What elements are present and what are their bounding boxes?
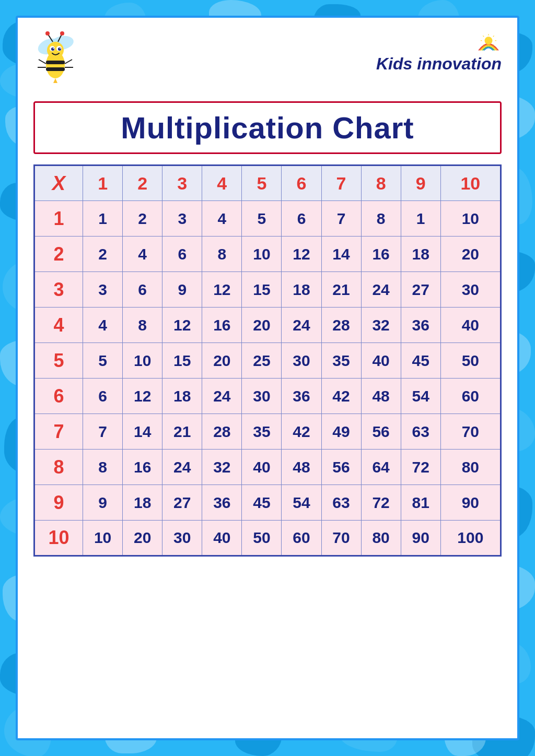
- table-row: 22468101214161820: [34, 237, 501, 272]
- table-row: 66121824303642485460: [34, 379, 501, 414]
- cell-3-1: 4: [83, 308, 123, 343]
- cell-2-3: 9: [162, 272, 202, 308]
- table-row: 99182736455463728190: [34, 485, 501, 521]
- page-title: Multiplication Chart: [121, 111, 414, 145]
- cell-7-7: 56: [321, 450, 361, 485]
- column-header-10: 10: [440, 166, 501, 201]
- row-header-9: 9: [34, 485, 83, 521]
- table-row: 55101520253035404550: [34, 343, 501, 379]
- cell-9-6: 60: [282, 521, 321, 556]
- cell-9-5: 50: [242, 521, 282, 556]
- cell-6-10: 70: [440, 414, 501, 450]
- svg-rect-4: [46, 67, 65, 71]
- cell-4-3: 15: [162, 343, 202, 379]
- logo-icon: [475, 33, 502, 54]
- column-header-5: 5: [242, 166, 282, 201]
- cell-5-5: 30: [242, 379, 282, 414]
- cell-1-2: 4: [123, 237, 162, 272]
- cell-4-2: 10: [123, 343, 162, 379]
- cell-0-10: 10: [440, 201, 501, 237]
- cell-3-7: 28: [321, 308, 361, 343]
- cell-7-6: 48: [282, 450, 321, 485]
- column-header-7: 7: [321, 166, 361, 201]
- column-header-1: 1: [83, 166, 123, 201]
- cell-7-1: 8: [83, 450, 123, 485]
- cell-5-9: 54: [401, 379, 440, 414]
- cell-4-9: 45: [401, 343, 440, 379]
- cell-8-7: 63: [321, 485, 361, 521]
- svg-point-13: [45, 31, 50, 36]
- cell-7-5: 40: [242, 450, 282, 485]
- svg-point-11: [60, 48, 61, 49]
- cell-0-2: 2: [123, 201, 162, 237]
- cell-2-6: 18: [282, 272, 321, 308]
- title-container: Multiplication Chart: [33, 101, 502, 154]
- row-header-7: 7: [34, 414, 83, 450]
- row-header-5: 5: [34, 343, 83, 379]
- cell-1-8: 16: [361, 237, 401, 272]
- cell-1-6: 12: [282, 237, 321, 272]
- table-row: 77142128354249566370: [34, 414, 501, 450]
- cell-6-2: 14: [123, 414, 162, 450]
- cell-4-5: 25: [242, 343, 282, 379]
- cell-3-8: 32: [361, 308, 401, 343]
- header: Kids innovation: [18, 18, 517, 96]
- cell-4-6: 30: [282, 343, 321, 379]
- cell-2-5: 15: [242, 272, 282, 308]
- cell-1-7: 14: [321, 237, 361, 272]
- cell-5-8: 48: [361, 379, 401, 414]
- cell-1-5: 10: [242, 237, 282, 272]
- row-header-1: 1: [34, 201, 83, 237]
- cell-0-1: 1: [83, 201, 123, 237]
- cell-0-6: 6: [282, 201, 321, 237]
- column-header-3: 3: [162, 166, 202, 201]
- row-header-4: 4: [34, 308, 83, 343]
- cell-4-7: 35: [321, 343, 361, 379]
- cell-7-8: 64: [361, 450, 401, 485]
- svg-line-19: [65, 60, 72, 64]
- table-row: 336912151821242730: [34, 272, 501, 308]
- svg-marker-16: [53, 78, 57, 83]
- cell-3-5: 20: [242, 308, 282, 343]
- column-header-6: 6: [282, 166, 321, 201]
- cell-6-9: 63: [401, 414, 440, 450]
- cell-5-3: 18: [162, 379, 202, 414]
- svg-point-5: [47, 42, 64, 58]
- cell-7-4: 32: [202, 450, 242, 485]
- svg-point-8: [51, 48, 54, 51]
- table-row: 88162432404856647280: [34, 450, 501, 485]
- cell-6-6: 42: [282, 414, 321, 450]
- svg-point-15: [60, 31, 64, 36]
- cell-9-7: 70: [321, 521, 361, 556]
- cell-6-4: 28: [202, 414, 242, 450]
- cell-9-8: 80: [361, 521, 401, 556]
- cell-3-3: 12: [162, 308, 202, 343]
- row-header-6: 6: [34, 379, 83, 414]
- cell-1-4: 8: [202, 237, 242, 272]
- column-header-8: 8: [361, 166, 401, 201]
- cell-1-3: 6: [162, 237, 202, 272]
- table-row: 4481216202428323640: [34, 308, 501, 343]
- cell-3-2: 8: [123, 308, 162, 343]
- row-header-8: 8: [34, 450, 83, 485]
- cell-7-3: 24: [162, 450, 202, 485]
- main-card: Kids innovation Multiplication Chart X12…: [16, 16, 519, 740]
- cell-8-1: 9: [83, 485, 123, 521]
- cell-6-3: 21: [162, 414, 202, 450]
- cell-8-10: 90: [440, 485, 501, 521]
- cell-6-1: 7: [83, 414, 123, 450]
- cell-9-3: 30: [162, 521, 202, 556]
- cell-0-5: 5: [242, 201, 282, 237]
- row-header-3: 3: [34, 272, 83, 308]
- cell-0-3: 3: [162, 201, 202, 237]
- cell-2-9: 27: [401, 272, 440, 308]
- cell-1-9: 18: [401, 237, 440, 272]
- cell-9-1: 10: [83, 521, 123, 556]
- cell-8-2: 18: [123, 485, 162, 521]
- svg-point-9: [58, 48, 61, 51]
- cell-4-4: 20: [202, 343, 242, 379]
- logo-area: Kids innovation: [376, 28, 502, 74]
- row-header-2: 2: [34, 237, 83, 272]
- cell-5-7: 42: [321, 379, 361, 414]
- cell-8-9: 81: [401, 485, 440, 521]
